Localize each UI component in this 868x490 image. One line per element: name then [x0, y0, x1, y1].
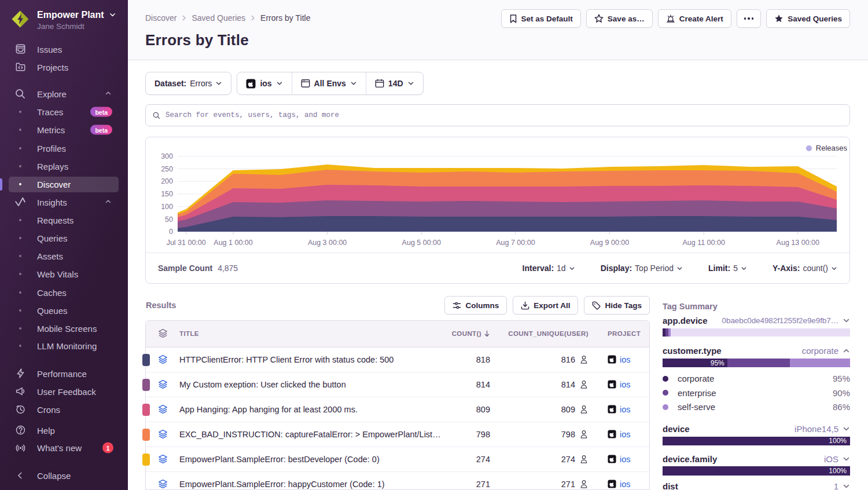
- svg-text:150: 150: [161, 190, 173, 198]
- svg-text:50: 50: [165, 215, 173, 224]
- svg-text:0: 0: [169, 228, 173, 236]
- svg-text:200: 200: [161, 177, 173, 185]
- svg-text:100: 100: [161, 203, 173, 211]
- svg-text:250: 250: [161, 165, 173, 173]
- svg-text:300: 300: [161, 152, 173, 160]
